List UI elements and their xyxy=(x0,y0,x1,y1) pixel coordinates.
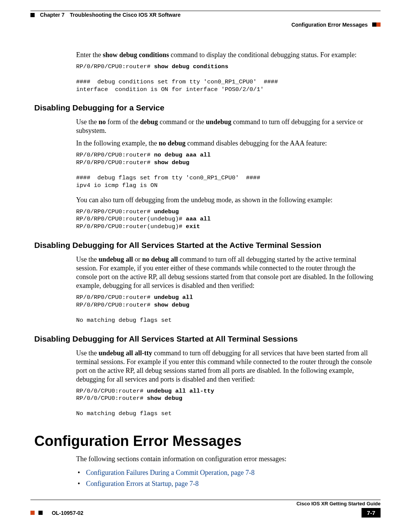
code-block: RP/0/RP0/CPU0:router# undebug RP/0/RP0/C… xyxy=(34,208,377,231)
footer-marker-icon xyxy=(30,511,35,515)
page-footer: Cisco IOS XR Getting Started Guide OL-10… xyxy=(30,500,381,518)
header-marker-icon xyxy=(30,13,35,17)
body-paragraph: Use the undebug all all-tty command to t… xyxy=(34,349,377,384)
footer-guide-title: Cisco IOS XR Getting Started Guide xyxy=(30,500,381,506)
list-item: Configuration Errors at Startup, page 7-… xyxy=(86,478,377,489)
footer-marker-icon xyxy=(38,511,43,515)
main-content: Enter the show debug conditions command … xyxy=(30,28,381,489)
major-heading: Configuration Error Messages xyxy=(34,433,377,449)
list-item: Configuration Failures During a Commit O… xyxy=(86,467,377,478)
code-block: RP/0/RP0/CPU0:router# show debug conditi… xyxy=(34,63,377,93)
body-paragraph: You can also turn off debugging from the… xyxy=(34,196,377,204)
header-marker-icon xyxy=(376,22,381,27)
header-marker-icon xyxy=(372,22,376,27)
section-label: Configuration Error Messages xyxy=(292,22,368,28)
body-paragraph: The following sections contain informati… xyxy=(34,455,377,463)
section-heading: Disabling Debugging for All Services Sta… xyxy=(34,241,377,250)
page-header: Chapter 7 Troubleshooting the Cisco IOS … xyxy=(30,12,381,18)
page-number-badge: 7-7 xyxy=(362,508,381,518)
section-heading: Disabling Debugging for All Services Sta… xyxy=(34,334,377,343)
chapter-label: Chapter 7 xyxy=(40,12,65,18)
cross-reference-link[interactable]: Configuration Errors at Startup, page 7-… xyxy=(86,480,199,487)
code-block: RP/0/RP0/CPU0:router# no debug aaa all R… xyxy=(34,152,377,189)
body-paragraph: In the following example, the no debug c… xyxy=(34,139,377,148)
chapter-title: Troubleshooting the Cisco IOS XR Softwar… xyxy=(70,12,181,18)
intro-text: Enter the show debug conditions command … xyxy=(34,51,377,59)
code-block: RP/0/RP0/CPU0:router# undebug all RP/0/R… xyxy=(34,294,377,324)
code-block: RP/0/0/CPU0:router# undebug all all-tty … xyxy=(34,388,377,418)
section-heading: Disabling Debugging for a Service xyxy=(34,103,377,112)
footer-doc-id: OL-10957-02 xyxy=(52,510,83,516)
body-paragraph: Use the undebug all or no debug all comm… xyxy=(34,255,377,290)
link-list: Configuration Failures During a Commit O… xyxy=(34,467,377,489)
cross-reference-link[interactable]: Configuration Failures During a Commit O… xyxy=(86,469,255,476)
body-paragraph: Use the no form of the debug command or … xyxy=(34,118,377,135)
